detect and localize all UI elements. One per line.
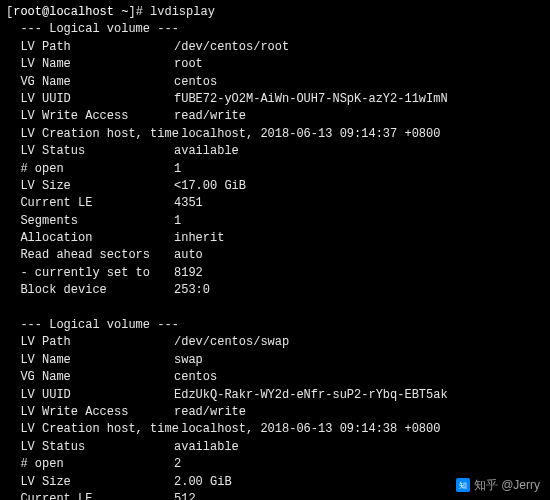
row-label: Current LE <box>6 195 174 212</box>
row-value: 1 <box>174 161 181 178</box>
output-row: LV Creation host, time localhost, 2018-0… <box>6 126 544 143</box>
row-label: LV Creation host, time <box>6 126 174 143</box>
row-label: LV Write Access <box>6 108 174 125</box>
output-row: LV Path/dev/centos/swap <box>6 334 544 351</box>
output-row: LV UUIDfUBE72-yO2M-AiWn-OUH7-NSpK-azY2-1… <box>6 91 544 108</box>
output-row: # open1 <box>6 161 544 178</box>
output-row: # open2 <box>6 456 544 473</box>
output-row: LV Path/dev/centos/root <box>6 39 544 56</box>
row-label: LV Status <box>6 439 174 456</box>
row-value: /dev/centos/root <box>174 39 289 56</box>
output-row: LV Statusavailable <box>6 143 544 160</box>
output-row: LV UUIDEdzUkQ-Rakr-WY2d-eNfr-suP2-rYbq-E… <box>6 387 544 404</box>
prompt-cwd: ~ <box>114 5 128 19</box>
row-label: LV Path <box>6 39 174 56</box>
prompt-line-command: [root@localhost ~]# lvdisplay <box>6 4 544 21</box>
watermark: 知知乎 @Jerry <box>456 477 540 494</box>
prompt-user-host: root@localhost <box>13 5 114 19</box>
output-row: Read ahead sectorsauto <box>6 247 544 264</box>
row-value: 1 <box>174 213 181 230</box>
output-row: Current LE4351 <box>6 195 544 212</box>
row-label: LV Size <box>6 474 174 491</box>
row-label: LV Write Access <box>6 404 174 421</box>
output-row: LV Size<17.00 GiB <box>6 178 544 195</box>
row-label: LV Size <box>6 178 174 195</box>
row-value: available <box>174 143 239 160</box>
terminal-output: [root@localhost ~]# lvdisplay --- Logica… <box>6 4 544 500</box>
row-label: - currently set to <box>6 265 174 282</box>
output-row: Allocationinherit <box>6 230 544 247</box>
output-row: VG Namecentos <box>6 74 544 91</box>
row-value: 253:0 <box>174 282 210 299</box>
row-value: EdzUkQ-Rakr-WY2d-eNfr-suP2-rYbq-EBT5ak <box>174 387 448 404</box>
row-label: Block device <box>6 282 174 299</box>
watermark-text: 知乎 @Jerry <box>474 478 540 492</box>
row-value: root <box>174 56 203 73</box>
row-value: 8192 <box>174 265 203 282</box>
row-label: Allocation <box>6 230 174 247</box>
row-label: LV Name <box>6 352 174 369</box>
row-label: LV UUID <box>6 91 174 108</box>
row-label: Current LE <box>6 491 174 500</box>
output-row: LV Nameroot <box>6 56 544 73</box>
row-label: # open <box>6 161 174 178</box>
row-value: 2 <box>174 456 181 473</box>
row-label: LV Creation host, time <box>6 421 174 438</box>
prompt-close: ]# <box>128 5 150 19</box>
output-row: LV Write Accessread/write <box>6 108 544 125</box>
output-row: LV Creation host, time localhost, 2018-0… <box>6 421 544 438</box>
row-value: swap <box>174 352 203 369</box>
output-row: VG Namecentos <box>6 369 544 386</box>
row-value: centos <box>174 369 217 386</box>
row-label: VG Name <box>6 74 174 91</box>
row-label: VG Name <box>6 369 174 386</box>
row-value: localhost, 2018-06-13 09:14:37 +0800 <box>174 126 440 143</box>
row-value: centos <box>174 74 217 91</box>
row-label: Segments <box>6 213 174 230</box>
row-value: read/write <box>174 108 246 125</box>
row-value: 4351 <box>174 195 203 212</box>
svg-text:知: 知 <box>459 481 467 490</box>
row-label: LV UUID <box>6 387 174 404</box>
row-value: <17.00 GiB <box>174 178 246 195</box>
row-value: read/write <box>174 404 246 421</box>
output-row: LV Nameswap <box>6 352 544 369</box>
row-label: LV Status <box>6 143 174 160</box>
row-label: # open <box>6 456 174 473</box>
row-value: 2.00 GiB <box>174 474 232 491</box>
blank-line <box>6 300 544 317</box>
row-label: LV Path <box>6 334 174 351</box>
row-label: Read ahead sectors <box>6 247 174 264</box>
row-label: LV Name <box>6 56 174 73</box>
logical-volume-header: --- Logical volume --- <box>6 21 544 38</box>
row-value: inherit <box>174 230 224 247</box>
output-row: - currently set to8192 <box>6 265 544 282</box>
row-value: available <box>174 439 239 456</box>
row-value: auto <box>174 247 203 264</box>
command-text: lvdisplay <box>150 5 215 19</box>
output-row: LV Write Accessread/write <box>6 404 544 421</box>
row-value: /dev/centos/swap <box>174 334 289 351</box>
output-row: Block device253:0 <box>6 282 544 299</box>
zhihu-icon: 知 <box>456 478 470 492</box>
row-value: 512 <box>174 491 196 500</box>
logical-volume-header: --- Logical volume --- <box>6 317 544 334</box>
output-row: LV Statusavailable <box>6 439 544 456</box>
output-row: Segments1 <box>6 213 544 230</box>
row-value: localhost, 2018-06-13 09:14:38 +0800 <box>174 421 440 438</box>
row-value: fUBE72-yO2M-AiWn-OUH7-NSpK-azY2-11wImN <box>174 91 448 108</box>
